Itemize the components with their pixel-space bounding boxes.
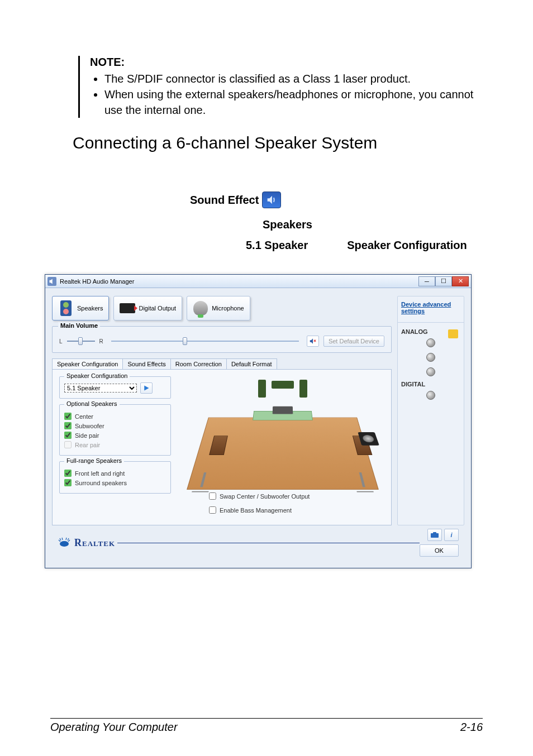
analog-jack-1[interactable] [426,338,435,347]
device-advanced-settings-link[interactable]: Device advanced settings [401,301,460,314]
speaker-config-select[interactable]: 5.1 Speaker [64,384,137,393]
front-right-speaker-icon [299,380,307,398]
subtab-room-correction[interactable]: Room Correction [170,358,227,369]
maximize-button[interactable]: ☐ [435,276,452,286]
optional-speakers-fieldset: Optional Speakers Center Subwoofer Side … [59,404,171,456]
room-scene: Swap Center / Subwoofer Output Enable Ba… [181,376,384,518]
checkbox-front-lr[interactable]: Front left and right [64,470,166,477]
room-floor [187,418,379,490]
microphone-icon [193,300,208,316]
audio-manager-window: Realtek HD Audio Manager ─ ☐ ✕ Speakers … [45,274,472,568]
device-tabs: Speakers Digital Output Microphone [52,296,392,320]
close-button[interactable]: ✕ [452,276,469,286]
front-left-speaker-icon [258,380,266,398]
tab-speakers-label: Speakers [77,305,103,312]
subtab-sound-effects[interactable]: Sound Effects [122,358,170,369]
digital-label: DIGITAL [401,381,460,387]
section-heading: Connecting a 6-channel Speaker System [73,133,483,152]
instr-51-speaker: 5.1 Speaker [246,239,308,252]
volume-slider[interactable] [111,337,299,345]
mute-button[interactable] [307,336,319,347]
realtek-brand-text: Realtek [74,537,115,549]
toolbox-button[interactable] [427,529,442,541]
instr-sound-effect: Sound Effect [190,194,259,207]
subtabs: Speaker Configuration Sound Effects Room… [52,358,392,369]
stand-right-icon [351,472,375,492]
app-icon [47,277,56,286]
test-play-button[interactable] [140,382,153,394]
realtek-logo-icon [58,537,71,548]
checkbox-subwoofer[interactable]: Subwoofer [64,422,166,429]
connector-indicator-icon [448,329,458,338]
note-list: The S/PDIF connector is classified as a … [90,71,483,118]
subtab-content: Speaker Configuration 5.1 Speaker [52,369,392,525]
subwoofer-icon [358,432,379,446]
subtab-speaker-config[interactable]: Speaker Configuration [52,358,123,369]
tab-digital-output[interactable]: Digital Output [113,296,182,320]
ok-button[interactable]: OK [420,544,459,557]
checkbox-swap-center-sub[interactable]: Swap Center / Subwoofer Output [209,492,310,500]
note-block: NOTE: The S/PDIF connector is classified… [78,56,483,118]
speaker-config-fieldset: Speaker Configuration 5.1 Speaker [59,376,171,399]
tab-microphone[interactable]: Microphone [187,296,250,320]
instructions: Sound Effect Speakers 5.1 Speaker Speake… [190,192,483,252]
balance-L: L [59,338,63,344]
analog-jack-2[interactable] [426,353,435,362]
info-button[interactable]: i [444,529,459,541]
tab-digital-output-label: Digital Output [139,305,176,312]
checkbox-bass-management[interactable]: Enable Bass Management [209,506,310,514]
stand-left-icon [191,472,215,492]
optional-speakers-legend: Optional Speakers [64,400,120,407]
note-title: NOTE: [90,56,483,69]
main-volume-title: Main Volume [58,322,100,329]
tab-speakers[interactable]: Speakers [52,296,109,320]
window-title: Realtek HD Audio Manager [60,278,134,285]
instr-speaker-config: Speaker Configuration [347,239,467,252]
checkbox-rear-pair: Rear pair [64,441,166,448]
note-item-1: The S/PDIF connector is classified as a … [104,71,483,87]
balance-R: R [99,338,103,344]
balance-slider[interactable] [67,337,95,345]
monitor-icon [273,406,293,414]
svg-rect-2 [433,532,436,534]
window-footer: Realtek i OK [52,525,464,562]
tab-microphone-label: Microphone [212,305,244,312]
subtab-default-format[interactable]: Default Format [226,358,277,369]
footer-right: 2-16 [460,721,483,734]
analog-jack-3[interactable] [426,367,435,376]
checkbox-side-pair[interactable]: Side pair [64,432,166,439]
page-footer: Operating Your Computer 2-16 [50,718,483,734]
main-volume-group: Main Volume L R Set Default Device [52,326,392,353]
digital-jack-1[interactable] [426,391,435,400]
note-item-2: When using the external speakers/headpho… [104,87,483,118]
set-default-device-button[interactable]: Set Default Device [323,336,384,347]
right-panel: Device advanced settings ANALOG DIGITAL [397,296,464,525]
minimize-button[interactable]: ─ [418,276,435,286]
fullrange-legend: Full-range Speakers [64,457,124,464]
instr-speakers: Speakers [263,218,483,231]
speaker-config-legend: Speaker Configuration [64,372,130,379]
svg-rect-1 [431,533,439,538]
titlebar[interactable]: Realtek HD Audio Manager ─ ☐ ✕ [45,275,471,288]
checkbox-center[interactable]: Center [64,413,166,420]
side-left-speaker-icon [209,436,228,454]
sound-effect-icon [262,192,281,208]
fullrange-fieldset: Full-range Speakers Front left and right… [59,461,171,494]
center-speaker-icon [272,381,294,389]
audio-jack-icon [58,300,74,316]
svg-point-0 [60,541,69,547]
checkbox-surround[interactable]: Surround speakers [64,479,166,486]
digital-output-icon [120,300,135,316]
footer-left: Operating Your Computer [50,721,178,734]
